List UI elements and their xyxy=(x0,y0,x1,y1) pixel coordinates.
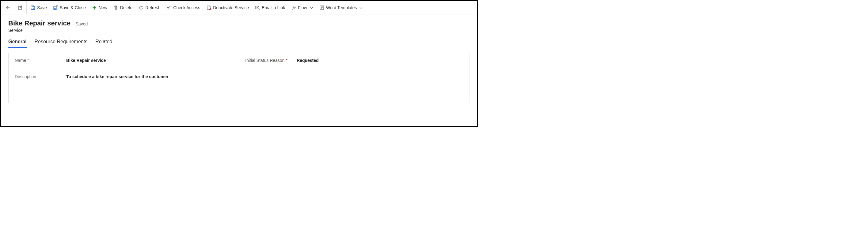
page-title: Bike Repair service xyxy=(8,19,70,27)
word-templates-button[interactable]: Word Templates xyxy=(316,1,366,14)
new-button[interactable]: New xyxy=(89,1,110,14)
general-section: Name * Bike Repair service Initial Statu… xyxy=(8,53,470,103)
description-value: To schedule a bike repair service for th… xyxy=(66,74,463,79)
key-icon xyxy=(166,5,171,10)
word-templates-label: Word Templates xyxy=(326,5,357,10)
back-button[interactable] xyxy=(2,1,13,14)
saved-status: - Saved xyxy=(73,22,88,26)
plus-icon xyxy=(92,5,97,10)
deactivate-icon xyxy=(206,5,211,10)
svg-rect-1 xyxy=(32,8,34,9)
deactivate-label: Deactivate Service xyxy=(213,5,249,10)
email-icon xyxy=(255,5,260,10)
tab-related[interactable]: Related xyxy=(95,39,112,48)
refresh-label: Refresh xyxy=(145,5,160,10)
tab-general[interactable]: General xyxy=(8,39,27,48)
flow-icon xyxy=(291,5,296,10)
delete-button[interactable]: Delete xyxy=(110,1,135,14)
status-value: Requested xyxy=(297,58,463,63)
save-label: Save xyxy=(37,5,47,10)
check-access-button[interactable]: Check Access xyxy=(163,1,203,14)
required-indicator: * xyxy=(286,59,287,62)
name-value: Bike Repair service xyxy=(66,58,233,63)
email-link-button[interactable]: Email a Link xyxy=(252,1,288,14)
name-label: Name xyxy=(15,58,26,63)
flow-label: Flow xyxy=(298,5,307,10)
email-link-label: Email a Link xyxy=(262,5,285,10)
tab-resource-requirements[interactable]: Resource Requirements xyxy=(35,39,88,48)
name-field[interactable]: Name * Bike Repair service xyxy=(8,53,239,69)
chevron-down-icon xyxy=(310,6,313,9)
save-close-icon xyxy=(53,5,58,10)
record-header: Bike Repair service - Saved Service xyxy=(1,14,477,35)
status-label: Initial Status Reason xyxy=(245,58,284,63)
command-bar: Save Save & Close New Delete xyxy=(1,1,477,14)
refresh-button[interactable]: Refresh xyxy=(135,1,163,14)
save-close-button[interactable]: Save & Close xyxy=(50,1,89,14)
save-button[interactable]: Save xyxy=(27,1,50,14)
popout-icon xyxy=(18,5,23,10)
entity-type-label: Service xyxy=(8,28,470,33)
toolbar-separator xyxy=(26,1,27,14)
check-access-label: Check Access xyxy=(173,5,200,10)
save-close-label: Save & Close xyxy=(60,5,86,10)
initial-status-field[interactable]: Initial Status Reason * Requested xyxy=(239,53,470,69)
svg-rect-2 xyxy=(32,6,33,7)
description-field[interactable]: Description To schedule a bike repair se… xyxy=(8,69,470,103)
save-icon xyxy=(30,5,35,10)
description-label: Description xyxy=(15,74,36,79)
required-indicator: * xyxy=(27,59,29,62)
deactivate-button[interactable]: Deactivate Service xyxy=(203,1,252,14)
delete-label: Delete xyxy=(120,5,132,10)
new-label: New xyxy=(99,5,107,10)
word-icon xyxy=(319,5,324,10)
chevron-down-icon xyxy=(359,6,363,9)
form-tabs: General Resource Requirements Related xyxy=(1,35,477,48)
flow-button[interactable]: Flow xyxy=(288,1,316,14)
toolbar-separator xyxy=(14,1,14,14)
trash-icon xyxy=(114,5,118,10)
back-arrow-icon xyxy=(5,5,10,10)
open-new-window-button[interactable] xyxy=(15,1,26,14)
refresh-icon xyxy=(138,5,144,10)
